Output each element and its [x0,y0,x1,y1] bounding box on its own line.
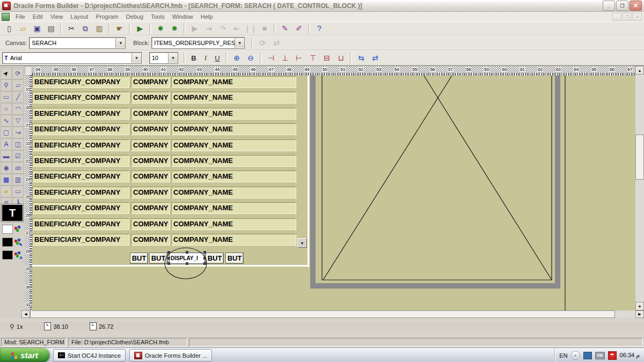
chevron-down-icon[interactable]: ▼ [235,38,244,48]
field-beneficiary-company[interactable]: BENEFICIARY_COMPANY [32,202,129,214]
field-company-name[interactable]: COMPANY_NAME [171,123,296,135]
print-button[interactable]: ▤ [44,22,58,35]
zoom-in-button[interactable]: ⊕ [230,51,244,64]
start-button[interactable]: start [0,348,49,362]
field-beneficiary-company[interactable]: BENEFICIARY_COMPANY [32,234,129,246]
menu-program[interactable]: Program [92,12,122,21]
field-company-name[interactable]: COMPANY_NAME [171,218,296,230]
horizontal-scroll-thumb[interactable] [30,311,615,318]
zoom-out-button[interactable]: ⊖ [244,51,258,64]
field-company[interactable]: COMPANY [131,171,170,182]
compile-all-button[interactable]: ✹ [167,22,181,35]
field-beneficiary-company[interactable]: BENEFICIARY_COMPANY [32,187,129,198]
field-company[interactable]: COMPANY [131,234,170,246]
bring-forward-button[interactable]: ⇆ [354,51,368,64]
block-scrollbar-down-button[interactable]: ▼ [297,238,307,248]
cut-button[interactable]: ✂ [64,22,78,35]
close-button[interactable]: ✕ [630,1,642,11]
selection-handle[interactable] [167,262,170,265]
freehand-tool[interactable]: ↝ [12,127,24,138]
menu-debug[interactable]: Debug [122,12,147,21]
layout-wizard-button[interactable]: ✎ [278,22,292,35]
menu-view[interactable]: View [47,12,67,21]
selection-handle[interactable] [203,257,206,260]
mdi-minimize-button[interactable]: _ [612,13,621,21]
align-right-button[interactable]: ⊢ [292,51,306,64]
field-company-name[interactable]: COMPANY_NAME [171,155,296,167]
image-item-tool[interactable]: ▦ [1,174,12,186]
field-company[interactable]: COMPANY [131,108,170,120]
mdi-close-button[interactable]: ✕ [633,13,642,21]
field-beneficiary-company[interactable]: BENEFICIARY_COMPANY [32,92,129,104]
underline-button[interactable]: U [211,53,223,63]
field-beneficiary-company[interactable]: BENEFICIARY_COMPANY [32,76,129,88]
save-button[interactable]: ▣ [30,22,44,35]
copy-button[interactable]: ⧉ [78,22,92,35]
push-button-tool[interactable]: ▬ [1,150,12,162]
selection-handle[interactable] [167,257,170,260]
menu-window[interactable]: Window [169,12,197,21]
new-module-button[interactable]: ▯ [2,22,16,35]
field-beneficiary-company[interactable]: BENEFICIARY_COMPANY [32,139,129,151]
font-name-combo[interactable]: T Arial ▼ [2,52,142,64]
field-beneficiary-company[interactable]: BENEFICIARY_COMPANY [32,171,129,182]
task-forms-builder[interactable]: Oracle Forms Builder ... [129,349,212,361]
network-tray-icon[interactable] [583,352,592,359]
chart-item-tool[interactable]: ▥ [12,174,24,186]
menu-tools[interactable]: Tools [147,12,169,21]
arc-tool[interactable]: ◠ [12,103,24,115]
canvas-area[interactable]: BENEFICIARY_COMPANYCOMPANYCOMPANY_NAMEBE… [32,76,635,311]
canvas-button[interactable]: BUT [149,253,167,264]
child-window-icon[interactable] [2,13,10,21]
hide-icons-chevron[interactable]: « [571,351,580,360]
selection-handle[interactable] [167,251,170,254]
mdi-restore-button[interactable]: ❐ [623,13,632,21]
line-tool[interactable]: ╱ [12,91,24,103]
rounded-rectangle-tool[interactable]: ▢ [1,127,12,138]
align-center-button[interactable]: ⊥ [278,51,292,64]
align-top-button[interactable]: ⊤ [306,51,320,64]
rectangle-tool[interactable]: ▭ [1,91,12,103]
canvas-button[interactable]: BUT [225,253,244,264]
reshape-tool[interactable]: ▱ [12,79,24,91]
text-color-swatch[interactable] [2,250,13,260]
canvas-combo[interactable]: SERACH ▼ [29,37,126,49]
help-button[interactable]: ? [312,22,326,35]
selection-handle[interactable] [203,251,206,254]
field-company-name[interactable]: COMPANY_NAME [171,139,296,151]
field-company[interactable]: COMPANY [131,155,170,167]
field-beneficiary-company[interactable]: BENEFICIARY_COMPANY [32,218,129,230]
field-company[interactable]: COMPANY [131,139,170,151]
send-backward-button[interactable]: ⇄ [368,51,382,64]
run-form-button[interactable]: ▶ [133,22,147,35]
field-company-name[interactable]: COMPANY_NAME [171,202,296,214]
italic-button[interactable]: I [200,53,211,63]
menu-file[interactable]: File [12,12,29,21]
align-bottom-button[interactable]: ⊔ [334,51,348,64]
canvas-button[interactable]: BUT [206,253,224,264]
restore-button[interactable]: ❐ [616,1,628,11]
line-color-swatch[interactable] [2,238,13,247]
select-tool[interactable]: ➤ [1,68,12,79]
field-company-name[interactable]: COMPANY_NAME [171,108,296,120]
antivirus-tray-icon[interactable]: ☂ [608,351,617,360]
compile-module-button[interactable]: ✸ [153,22,167,35]
checkbox-tool[interactable]: ☑ [12,150,24,162]
canvas-button[interactable]: BUT [130,253,148,264]
datablock-wizard-button[interactable]: ✐ [292,22,306,35]
selection-handle[interactable] [203,262,206,265]
vm-tray-icon[interactable]: VM [595,352,605,359]
polygon-tool[interactable]: ▽ [12,115,24,127]
polyline-tool[interactable]: ∿ [1,115,12,127]
menu-help[interactable]: Help [197,12,217,21]
block-combo[interactable]: ITEMS_ORDERSUPPLY_RESULT ▼ [151,37,245,49]
align-left-button[interactable]: ⊣ [264,51,278,64]
minimize-button[interactable]: _ [603,1,615,11]
text-item-tool[interactable]: ab [12,162,24,174]
display-item-tool[interactable]: ▭ [12,186,24,197]
paste-button[interactable]: ▥ [92,22,106,35]
language-indicator[interactable]: EN [559,352,567,359]
font-size-combo[interactable]: 10 ▼ [149,52,178,64]
fill-color-tool[interactable]: ● [1,186,12,197]
vertical-scroll-thumb[interactable] [635,135,644,180]
